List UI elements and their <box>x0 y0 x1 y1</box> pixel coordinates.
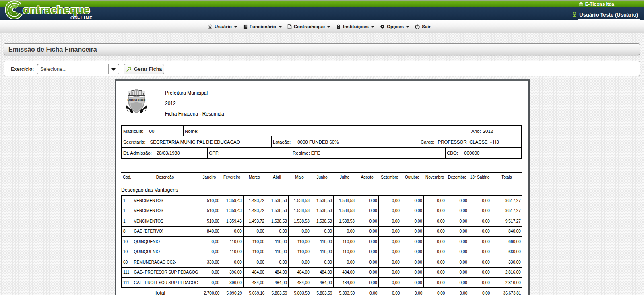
svg-text:ON-LINE: ON-LINE <box>70 15 93 20</box>
svg-text:ontracheque: ontracheque <box>23 4 90 16</box>
svg-text:Empresa Modelo: Empresa Modelo <box>128 99 146 101</box>
